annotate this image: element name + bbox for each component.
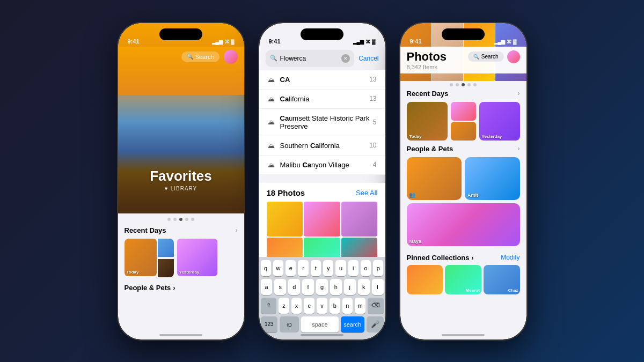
home-indicator-1 [159, 334, 202, 336]
key-e[interactable]: e [286, 260, 296, 276]
key-l[interactable]: l [372, 279, 384, 295]
dot-4 [185, 218, 188, 221]
search-icon-1: 🔍 [187, 54, 193, 60]
recent-days-title-3: Recent Days [407, 90, 449, 98]
key-b[interactable]: b [330, 298, 340, 314]
key-mic[interactable]: 🎤 [367, 316, 384, 333]
people-pets-header-3[interactable]: People & Pets › [407, 145, 520, 153]
yesterday-thumb-3[interactable]: Yesterday [479, 102, 520, 141]
person-card-amit[interactable]: Amit [465, 157, 520, 200]
key-y[interactable]: y [323, 260, 333, 276]
key-m[interactable]: m [355, 298, 365, 314]
avatar-1[interactable] [224, 50, 238, 64]
people-pets-header-1[interactable]: People & Pets › [125, 284, 238, 292]
modify-button[interactable]: Modify [501, 254, 519, 261]
key-c[interactable]: c [304, 298, 314, 314]
dot-1 [167, 218, 171, 221]
phone3-content: Recent Days › Today Yesterday [400, 81, 526, 339]
dot-3 [179, 218, 182, 221]
result-ca-malibu: Ca [302, 161, 311, 169]
key-shift[interactable]: ⇧ [261, 298, 277, 314]
time-3: 9:41 [410, 38, 422, 45]
today-thumb-small-1[interactable] [158, 239, 174, 257]
home-indicator-3 [442, 334, 485, 336]
key-123[interactable]: 123 [261, 316, 277, 333]
people-pets-title-3: People & Pets [407, 145, 453, 153]
pinned-thumb-1[interactable] [407, 265, 443, 294]
key-d[interactable]: d [288, 279, 300, 295]
photos-count: 18 Photos [267, 188, 305, 197]
result-row-ca[interactable]: ⛰ CA 13 [259, 70, 385, 90]
key-r[interactable]: r [298, 260, 308, 276]
key-search[interactable]: search [341, 316, 364, 333]
today-small-2-3[interactable] [451, 122, 476, 141]
pinned-thumb-3[interactable]: Chaz [484, 265, 520, 294]
today-thumb-3[interactable]: Today [407, 102, 448, 141]
key-j[interactable]: j [344, 279, 356, 295]
grid-photo-1[interactable] [267, 202, 303, 237]
result-text-southern: Southern California [280, 142, 370, 150]
cancel-button[interactable]: Cancel [358, 55, 378, 62]
pinned-thumb-2[interactable]: Meerut [445, 265, 481, 294]
key-o[interactable]: o [361, 260, 371, 276]
yesterday-thumb[interactable]: Yesterday [177, 239, 217, 276]
people-area [118, 98, 244, 221]
recent-days-section-3: Recent Days › Today Yesterday [400, 90, 526, 145]
recent-days-header-1[interactable]: Recent Days › [125, 226, 238, 234]
key-f[interactable]: f [302, 279, 314, 295]
key-k[interactable]: k [358, 279, 370, 295]
person-card-1[interactable]: 👥 [407, 157, 462, 200]
key-p[interactable]: p [373, 260, 383, 276]
result-count-southern: 10 [369, 142, 376, 149]
key-emoji[interactable]: ☺ [280, 316, 299, 333]
today-thumb-main[interactable]: Today [125, 239, 157, 276]
key-t[interactable]: t [311, 260, 321, 276]
key-x[interactable]: x [291, 298, 302, 314]
wifi-icon-3: ⌘ [507, 39, 511, 45]
search-input-2[interactable]: 🔍 Flowerca ✕ [266, 50, 355, 67]
result-row-california[interactable]: ⛰ California 13 [259, 90, 385, 109]
person-card-maya[interactable]: Maya [407, 203, 520, 246]
key-v[interactable]: v [317, 298, 327, 314]
grid-photo-2[interactable] [304, 202, 340, 237]
recent-days-thumbs-3: Today Yesterday [407, 102, 520, 141]
people-pets-chevron-3: › [518, 145, 520, 152]
search-button-3[interactable]: 🔍 Search [468, 51, 504, 62]
phone1-title-area: Favorites ♥ LIBRARY [118, 168, 244, 191]
pinned-thumbs: Meerut Chaz [407, 265, 520, 294]
result-row-southern[interactable]: ⛰ Southern California 10 [259, 136, 385, 156]
see-all-button[interactable]: See All [356, 189, 377, 197]
meerut-label: Meerut [445, 265, 481, 294]
grid-photo-3[interactable] [341, 202, 378, 237]
key-u[interactable]: u [335, 260, 346, 276]
nav-dot-1 [450, 83, 453, 86]
key-g[interactable]: g [316, 279, 328, 295]
wifi-icon-2: ⌘ [365, 39, 370, 45]
search-button-1[interactable]: 🔍 Search [181, 51, 219, 62]
key-q[interactable]: q [261, 260, 271, 276]
key-a[interactable]: a [261, 279, 273, 295]
key-h[interactable]: h [330, 279, 342, 295]
key-i[interactable]: i [348, 260, 358, 276]
recent-days-header-3[interactable]: Recent Days › [407, 90, 520, 98]
keyboard: q w e r t y u i o p a s d f g h j k l [259, 257, 385, 339]
today-group[interactable]: Today [125, 239, 174, 277]
nav-dot-3 [462, 83, 465, 86]
search-icon-3: 🔍 [473, 54, 479, 60]
key-z[interactable]: z [279, 298, 289, 314]
key-space[interactable]: space [301, 316, 339, 333]
search-bar-2: 🔍 Flowerca ✕ Cancel [259, 47, 385, 70]
result-row-malibu[interactable]: ⛰ Malibu Canyon Village 4 [259, 156, 385, 175]
avatar-3[interactable] [507, 50, 520, 63]
today-small-1-3[interactable] [451, 102, 476, 121]
key-n[interactable]: n [342, 298, 353, 314]
time-2: 9:41 [269, 38, 281, 45]
key-w[interactable]: w [273, 260, 283, 276]
phone-1-screen: 9:41 ▂▄▆ ⌘ ▓ 🔍 Search Favorites ♥ LIBRAR… [118, 23, 244, 339]
result-row-caumsett[interactable]: ⛰ Caumsett State Historic Park Preserve … [259, 109, 385, 136]
today-thumb-small-2[interactable] [158, 259, 174, 277]
key-s[interactable]: s [274, 279, 286, 295]
key-delete[interactable]: ⌫ [368, 298, 384, 314]
clear-button[interactable]: ✕ [341, 54, 350, 63]
result-ca-caumsett: Ca [280, 114, 289, 122]
